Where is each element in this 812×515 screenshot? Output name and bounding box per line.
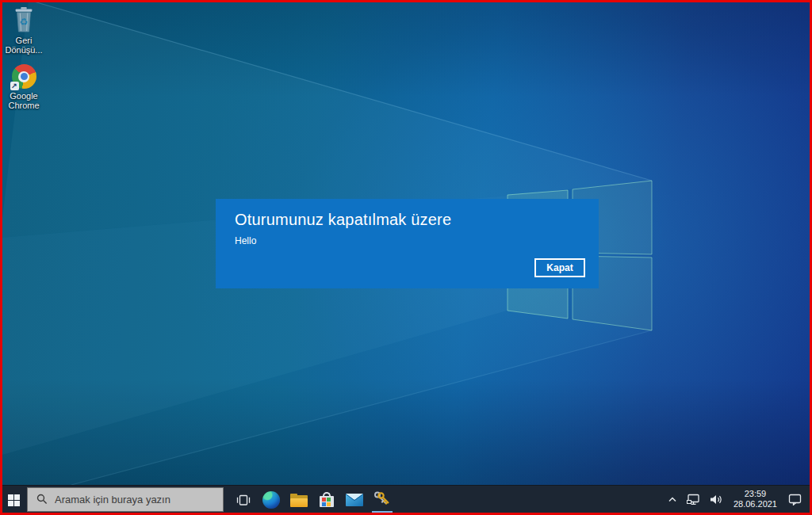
mail-icon [346, 494, 363, 506]
file-explorer-icon [290, 494, 308, 507]
recycle-bin-label-line2: Dönüşü... [5, 45, 42, 55]
chrome-icon: ↗ [12, 62, 36, 89]
start-button[interactable] [0, 485, 27, 515]
task-view-button[interactable] [229, 485, 257, 515]
keys-app-icon [373, 490, 392, 509]
taskbar: 23:59 28.06.2021 [0, 485, 812, 515]
network-status-button[interactable] [682, 485, 705, 513]
edge-icon [262, 491, 280, 509]
store-icon [319, 492, 335, 508]
dialog-message: Hello [235, 235, 599, 246]
recycle-bin-label-line1: Geri [5, 36, 42, 45]
desktop-icon-google-chrome[interactable]: ↗ Google Chrome [1, 62, 47, 110]
action-center-icon [788, 494, 802, 505]
shortcut-arrow-icon: ↗ [10, 82, 19, 90]
chrome-label-line2: Chrome [8, 101, 39, 110]
taskbar-search[interactable] [27, 487, 224, 512]
system-tray: 23:59 28.06.2021 [663, 485, 812, 515]
clock-time: 23:59 [733, 489, 777, 499]
taskbar-app-edge[interactable] [257, 485, 285, 515]
recycle-bin-icon: ♻ [12, 6, 36, 33]
close-button[interactable]: Kapat [534, 258, 585, 277]
volume-button[interactable] [705, 485, 727, 513]
volume-icon [710, 494, 722, 505]
search-input[interactable] [55, 494, 223, 505]
taskbar-app-store[interactable] [312, 485, 340, 515]
windows-desktop-screen: ♻ Geri Dönüşü... ↗ Google Chrome Oturumu… [0, 0, 812, 515]
taskbar-app-mail[interactable] [340, 485, 368, 515]
action-center-button[interactable] [783, 485, 806, 513]
search-icon [36, 494, 48, 505]
clock-date: 28.06.2021 [733, 499, 777, 509]
svg-text:♻: ♻ [20, 17, 29, 28]
signout-dialog: Oturumunuz kapatılmak üzere Hello Kapat [216, 199, 599, 288]
active-app-indicator [372, 511, 393, 513]
dialog-title: Oturumunuz kapatılmak üzere [235, 211, 599, 229]
task-view-icon [236, 494, 251, 506]
taskbar-app-file-explorer[interactable] [285, 485, 312, 515]
taskbar-app-keys-active[interactable] [368, 485, 396, 515]
chevron-up-icon [668, 496, 677, 502]
chrome-label-line1: Google [8, 91, 39, 101]
start-icon [8, 494, 20, 506]
taskbar-clock[interactable]: 23:59 28.06.2021 [727, 489, 783, 509]
network-icon [687, 494, 700, 505]
desktop-icon-recycle-bin[interactable]: ♻ Geri Dönüşü... [1, 6, 47, 55]
show-hidden-icons-button[interactable] [663, 485, 682, 513]
